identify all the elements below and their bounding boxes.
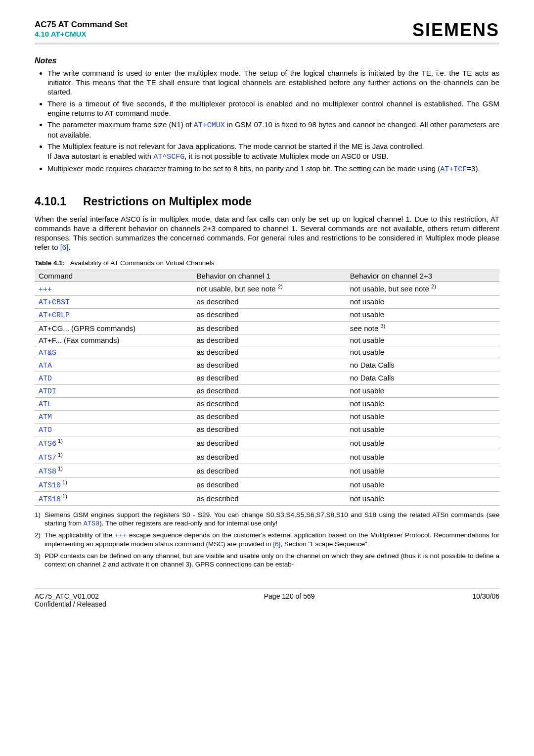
at-command-link[interactable]: ATA (39, 362, 52, 370)
table-row: ATS6 1)as describednot usable (35, 436, 499, 450)
cell-behavior-ch1: as described (193, 410, 346, 423)
footnote-text: PDP contexts can be defined on any chann… (44, 552, 499, 568)
table-row: ATS18 1)as describednot usable (35, 491, 499, 505)
cell-behavior-ch1: as described (193, 308, 346, 321)
page-footer: AC75_ATC_V01.002 Confidential / Released… (35, 592, 499, 608)
at-command-link[interactable]: ATD (39, 375, 52, 383)
at-command-link[interactable]: +++ (39, 285, 52, 294)
footnote-num: 1) (35, 511, 44, 528)
cell-behavior-ch23: not usable (346, 308, 499, 321)
at-command-link[interactable]: AT+CBST (39, 298, 70, 307)
notes-item: Multiplexer mode requires character fram… (47, 164, 499, 174)
table-row: AT+CRLPas describednot usable (35, 308, 499, 321)
table-caption-label: Table 4.1: (35, 259, 65, 267)
table-caption-text: Availability of AT Commands on Virtual C… (70, 259, 215, 267)
cell-behavior-ch23: not usable (346, 491, 499, 505)
cell-behavior-ch1: as described (193, 491, 346, 505)
footnote-text: The applicability of the (44, 531, 115, 539)
footnote-text: ). The other registers are read-only and… (99, 520, 277, 527)
note-text: The Multiplex feature is not relevant fo… (47, 142, 424, 150)
table-caption: Table 4.1: Availability of AT Commands o… (35, 259, 499, 267)
at-command-text: AT+F... (Fax commands) (35, 334, 193, 346)
at-cmux-link[interactable]: AT+CMUX (194, 121, 225, 130)
table-row: ATS8 1)as describednot usable (35, 464, 499, 477)
table-row: AT+F... (Fax commands)as describednot us… (35, 334, 499, 346)
cell-behavior-ch23: not usable (346, 346, 499, 359)
col-behavior-ch23: Behavior on channel 2+3 (346, 270, 499, 282)
footer-page-number: Page 120 of 569 (264, 592, 315, 608)
section-body: When the serial interface ASC0 is in mul… (35, 214, 499, 252)
header-rule (35, 43, 499, 45)
table-row: ATS10 1)as describednot usable (35, 477, 499, 491)
footnotes: 1) Siemens GSM engines support the regis… (35, 511, 499, 569)
at-command-link[interactable]: ATS6 (39, 440, 56, 448)
footnote-num: 2) (35, 531, 44, 549)
cell-behavior-ch1: as described (193, 321, 346, 334)
cell-behavior-ch1: as described (193, 464, 346, 477)
at-command-link[interactable]: ATS10 (39, 481, 61, 490)
note-text: If Java autostart is enabled with (47, 152, 153, 160)
body-text: . (68, 243, 70, 251)
table-row: AT+CG... (GPRS commands)as describedsee … (35, 321, 499, 334)
ats0-link[interactable]: ATS0 (84, 520, 99, 527)
ref-6-link[interactable]: [6] (60, 243, 69, 251)
cell-behavior-ch1: as described (193, 450, 346, 464)
at-command-link[interactable]: ATL (39, 400, 52, 409)
footnote-ref: 1) (56, 438, 63, 444)
footnote-ref: 2) (431, 284, 436, 289)
footer-rule (35, 588, 499, 589)
at-command-link[interactable]: ATS7 (39, 454, 56, 462)
note-text: There is a timeout of five seconds, if t… (47, 99, 499, 117)
at-scfg-link[interactable]: AT^SCFG (153, 153, 184, 161)
footer-doc-id: AC75_ATC_V01.002 (35, 592, 106, 600)
at-command-text: AT+CG... (GPRS commands) (35, 321, 193, 334)
siemens-logo: SIEMENS (412, 20, 499, 41)
cell-behavior-ch23: not usable (346, 436, 499, 450)
cell-behavior-ch1: as described (193, 334, 346, 346)
note-text: The write command is used to enter the m… (47, 69, 499, 96)
at-command-link[interactable]: AT+CRLP (39, 311, 70, 320)
footnote-ref: 1) (61, 493, 67, 499)
at-command-link[interactable]: ATS18 (39, 495, 61, 504)
at-icf-link[interactable]: AT+ICF (440, 165, 467, 174)
cell-behavior-ch23: no Data Calls (346, 359, 499, 372)
section-number: 4.10.1 (35, 195, 66, 208)
table-row: ATS7 1)as describednot usable (35, 450, 499, 464)
footnote-2: 2) The applicability of the +++ escape s… (35, 531, 499, 549)
table-row: ATDIas describednot usable (35, 384, 499, 397)
cell-behavior-ch1: as described (193, 477, 346, 491)
at-command-link[interactable]: ATM (39, 413, 52, 422)
cell-behavior-ch1: as described (193, 423, 346, 436)
footnote-3: 3) PDP contexts can be defined on any ch… (35, 552, 499, 569)
notes-heading: Notes (35, 56, 499, 65)
cell-behavior-ch1: as described (193, 436, 346, 450)
col-behavior-ch1: Behavior on channel 1 (193, 270, 346, 282)
notes-item: There is a timeout of five seconds, if t… (47, 99, 499, 118)
page-header: AC75 AT Command Set 4.10 AT+CMUX SIEMENS (35, 20, 499, 41)
footer-date: 10/30/06 (473, 592, 500, 608)
cell-behavior-ch1: as described (193, 359, 346, 372)
table-row: ATAas describedno Data Calls (35, 359, 499, 372)
notes-item: The Multiplex feature is not relevant fo… (47, 142, 499, 161)
ref-6-link[interactable]: [6] (273, 540, 280, 548)
cell-behavior-ch23: not usable (346, 334, 499, 346)
body-text: When the serial interface ASC0 is in mul… (35, 215, 499, 252)
table-row: AT+CBSTas describednot usable (35, 295, 499, 308)
cell-behavior-ch1: as described (193, 372, 346, 384)
notes-list: The write command is used to enter the m… (35, 68, 499, 174)
cell-behavior-ch23: not usable (346, 384, 499, 397)
doc-title: AC75 AT Command Set (35, 20, 128, 30)
cell-behavior-ch23: see note 3) (346, 321, 499, 334)
cell-behavior-ch23: not usable (346, 477, 499, 491)
plus-plus-plus-link[interactable]: +++ (115, 532, 127, 539)
cell-behavior-ch1: as described (193, 295, 346, 308)
at-command-link[interactable]: AT&S (39, 349, 56, 357)
notes-item: The write command is used to enter the m… (47, 68, 499, 97)
table-row: ATOas describednot usable (35, 423, 499, 436)
footnote-num: 3) (35, 552, 44, 569)
cell-behavior-ch23: not usable, but see note 2) (346, 282, 499, 295)
footnote-ref: 3) (381, 323, 386, 329)
at-command-link[interactable]: ATS8 (39, 468, 56, 476)
at-command-link[interactable]: ATDI (39, 387, 56, 396)
at-command-link[interactable]: ATO (39, 426, 52, 434)
